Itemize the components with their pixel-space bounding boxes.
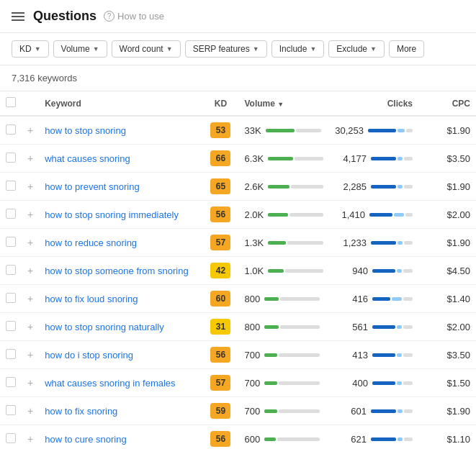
row-checkbox[interactable] [6,181,16,191]
add-keyword-icon[interactable]: + [27,237,33,248]
add-keyword-icon[interactable]: + [27,377,33,389]
volume-cell: 800 [238,285,329,313]
keyword-link[interactable]: how to cure snoring [45,434,126,445]
select-all-checkbox[interactable] [6,97,16,107]
add-keyword-icon[interactable]: + [27,209,33,220]
kd-cell: 56 [202,201,238,229]
row-checkbox[interactable] [6,377,16,387]
clicks-cell: 1,410 [329,201,418,229]
cpc-cell: $4.50 [418,257,476,285]
header: Questions ? How to use [0,0,476,33]
cpc-cell: $3.50 [418,145,476,173]
table-row: + how to stop snoring naturally 31 800 [0,313,476,341]
keyword-cell: how to stop someone from snoring [39,257,202,285]
row-checkbox[interactable] [6,265,16,275]
kd-cell: 57 [202,229,238,257]
table-container: Keyword KD Volume ▼ Clicks CPC + how to … [0,91,476,449]
cpc-cell: $1.90 [418,397,476,425]
keyword-link[interactable]: what causes snoring [45,153,130,164]
keyword-cell: how to reduce snoring [39,229,202,257]
kd-cell: 57 [202,369,238,397]
kd-cell: 59 [202,397,238,425]
cpc-cell: $1.90 [418,173,476,201]
filter-exclude[interactable]: Exclude▼ [328,40,385,58]
filter-word-count[interactable]: Word count▼ [112,40,181,58]
table-row: + how to fix snoring 59 700 601 [0,397,476,425]
kd-cell: 56 [202,341,238,369]
row-checkbox[interactable] [6,293,16,303]
keyword-link[interactable]: how to stop snoring naturally [45,322,163,332]
volume-cell: 700 [238,341,329,369]
table-row: + how to stop snoring 53 33K 30,2 [0,116,476,145]
add-keyword-icon[interactable]: + [27,405,33,417]
keyword-link[interactable]: how to reduce snoring [45,237,137,248]
col-clicks: Clicks [329,91,418,116]
clicks-cell: 2,285 [329,173,418,201]
filter-more[interactable]: More [389,40,424,58]
filter-kd[interactable]: KD▼ [12,40,49,58]
keyword-link[interactable]: how do i stop snoring [45,350,133,360]
clicks-cell: 4,177 [329,145,418,173]
table-row: + how to fix loud snoring 60 800 [0,285,476,313]
keyword-link[interactable]: how to stop snoring immediately [45,209,179,220]
add-keyword-icon[interactable]: + [27,321,33,332]
col-volume[interactable]: Volume ▼ [238,91,329,116]
add-keyword-icon[interactable]: + [27,181,33,192]
add-keyword-icon[interactable]: + [27,265,33,276]
row-checkbox[interactable] [6,237,16,247]
hamburger-menu[interactable] [12,12,24,21]
row-checkbox[interactable] [6,405,16,415]
volume-cell: 1.0K [238,257,329,285]
add-keyword-icon[interactable]: + [27,293,33,304]
keyword-link[interactable]: how to stop snoring [45,125,126,136]
cpc-cell: $2.00 [418,313,476,341]
volume-cell: 33K [238,116,329,145]
keyword-cell: how to stop snoring immediately [39,201,202,229]
row-checkbox[interactable] [6,209,16,219]
add-keyword-icon[interactable]: + [27,349,33,360]
row-checkbox[interactable] [6,153,16,163]
keyword-cell: how to stop snoring [39,116,202,145]
col-cpc: CPC [418,91,476,116]
volume-cell: 600 [238,425,329,450]
row-checkbox[interactable] [6,433,16,443]
row-checkbox[interactable] [6,124,16,135]
add-keyword-icon[interactable]: + [27,153,33,164]
volume-cell: 700 [238,397,329,425]
keyword-link[interactable]: how to stop someone from snoring [45,266,188,276]
keyword-cell: how to prevent snoring [39,173,202,201]
table-row: + what causes snoring 66 6.3K 4,1 [0,145,476,173]
table-row: + how to stop someone from snoring 42 1.… [0,257,476,285]
cpc-cell: $1.90 [418,229,476,257]
filter-serp-features[interactable]: SERP features▼ [185,40,267,58]
add-keyword-icon[interactable]: + [27,124,33,136]
clicks-cell: 561 [329,313,418,341]
help-link[interactable]: ? How to use [104,11,164,22]
keyword-link[interactable]: what causes snoring in females [45,378,175,389]
kd-cell: 42 [202,257,238,285]
filter-volume[interactable]: Volume▼ [53,40,107,58]
add-keyword-icon[interactable]: + [27,433,33,445]
volume-cell: 800 [238,313,329,341]
clicks-cell: 416 [329,285,418,313]
keyword-link[interactable]: how to fix snoring [45,406,117,417]
keyword-count: 7,316 keywords [0,65,476,91]
volume-cell: 1.3K [238,229,329,257]
clicks-cell: 413 [329,341,418,369]
clicks-cell: 400 [329,369,418,397]
keyword-link[interactable]: how to fix loud snoring [45,294,138,304]
keyword-link[interactable]: how to prevent snoring [45,181,140,192]
table-row: + how to cure snoring 56 600 621 [0,425,476,450]
row-checkbox[interactable] [6,321,16,331]
filter-include[interactable]: Include▼ [271,40,325,58]
keyword-cell: how to stop snoring naturally [39,313,202,341]
table-row: + what causes snoring in females 57 700 [0,369,476,397]
keyword-cell: what causes snoring [39,145,202,173]
volume-cell: 700 [238,369,329,397]
kd-cell: 53 [202,116,238,145]
cpc-cell: $1.90 [418,116,476,145]
kd-cell: 66 [202,145,238,173]
volume-cell: 2.0K [238,201,329,229]
col-keyword: Keyword [39,91,202,116]
row-checkbox[interactable] [6,349,16,359]
